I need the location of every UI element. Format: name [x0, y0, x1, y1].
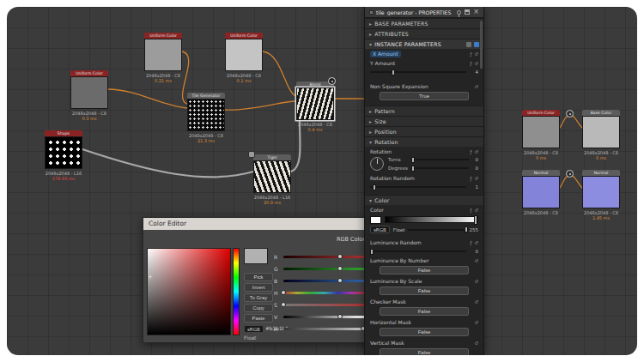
reset-icon[interactable]: ↺ — [474, 176, 478, 181]
reset-icon[interactable]: ↺ — [474, 341, 478, 346]
color-swatch[interactable] — [370, 216, 381, 224]
reset-icon[interactable]: ↺ — [474, 149, 478, 154]
node-time: 0.3 ms — [62, 116, 117, 121]
function-icon[interactable]: ƒ — [470, 240, 471, 245]
function-icon[interactable]: ƒ — [470, 51, 471, 57]
y-amount-value[interactable]: 4 — [470, 69, 478, 75]
chevron-down-icon: ▾ — [369, 41, 372, 47]
close-icon[interactable]: × — [473, 9, 479, 15]
function-icon[interactable]: ƒ — [470, 61, 471, 66]
invert-button[interactable]: Invert — [244, 283, 273, 292]
section-size[interactable]: ▸ Size — [365, 116, 483, 126]
function-icon[interactable]: ƒ — [470, 208, 471, 213]
node-thumbnail — [144, 39, 182, 71]
color-gradient-slider[interactable] — [385, 216, 478, 223]
function-icon[interactable]: ƒ — [470, 176, 471, 181]
node-uniform-color-2[interactable]: Uniform Color 2048x2048 - C8 0.1 ms — [225, 33, 263, 83]
degrees-slider[interactable] — [411, 167, 469, 169]
reset-icon[interactable]: ↺ — [474, 240, 478, 245]
luminance-by-number-toggle[interactable]: False — [380, 266, 469, 275]
node-uniform-color-3[interactable]: Uniform Color 2048x2048 - C8 0.3 ms — [70, 70, 108, 121]
y-amount-slider[interactable] — [370, 71, 466, 73]
node-normal-2[interactable]: Normal 2048x2048 - C8 1.45 ms — [582, 170, 620, 220]
hue-slider[interactable] — [283, 292, 365, 294]
reset-icon[interactable]: ↺ — [474, 51, 478, 57]
param-vertical-mask-label: Vertical Mask — [370, 340, 404, 346]
reset-icon[interactable]: ↺ — [474, 279, 478, 284]
luminance-by-scale-toggle[interactable]: False — [380, 287, 469, 295]
section-color[interactable]: ▾ Color — [365, 195, 483, 205]
alpha-slider[interactable] — [283, 328, 365, 330]
float-toggle[interactable]: Float — [244, 335, 256, 341]
reset-icon[interactable]: ↺ — [474, 299, 478, 305]
param-x-amount[interactable]: X Amount — [370, 51, 401, 57]
node-tiger[interactable]: Tiger 2048x2048 - L16 20.9 ms — [253, 154, 291, 205]
saturation-slider[interactable] — [283, 304, 365, 306]
pick-button[interactable]: Pick — [244, 273, 273, 281]
function-icon[interactable]: ƒ — [470, 149, 471, 154]
degrees-value[interactable]: 0 — [471, 166, 478, 171]
node-output-badge-icon[interactable] — [328, 77, 336, 85]
reset-icon[interactable]: ↺ — [474, 61, 478, 66]
luminance-random-value[interactable]: 0 — [470, 249, 478, 254]
section-base-parameters[interactable]: ▸ BASE PARAMETERS — [365, 18, 483, 28]
section-attributes[interactable]: ▸ ATTRIBUTES — [365, 28, 483, 39]
float-toggle[interactable]: Float — [393, 227, 405, 232]
green-slider[interactable] — [283, 268, 365, 270]
node-graph-canvas[interactable]: Uniform Color 2048x2048 - C8 0.21 ms Uni… — [7, 7, 637, 355]
node-thumbnail — [582, 176, 620, 208]
list-view-icon[interactable] — [466, 42, 471, 47]
node-uniform-color-1[interactable]: Uniform Color 2048x2048 - C8 0.21 ms — [144, 33, 182, 83]
srgb-toggle[interactable]: sRGB — [244, 325, 264, 333]
slider-label: A — [274, 326, 280, 332]
turns-slider[interactable] — [411, 159, 469, 160]
node-uniform-color-4[interactable]: Uniform Color 2048x2048 - C8 0 ms — [522, 110, 560, 160]
reset-icon[interactable]: ↺ — [474, 320, 478, 325]
saturation-value-picker[interactable]: + — [147, 248, 231, 335]
color-value-slider[interactable] — [408, 229, 465, 231]
node-base-color[interactable]: Base Color 2048x2048 - C8 0 ms — [582, 110, 620, 160]
luminance-random-slider[interactable] — [370, 250, 466, 252]
pin-icon[interactable] — [457, 10, 461, 15]
color-value[interactable]: 255 — [470, 227, 479, 232]
section-pattern[interactable]: ▸ Pattern — [365, 106, 483, 116]
checker-mask-toggle[interactable]: False — [380, 307, 469, 316]
value-slider[interactable] — [283, 316, 365, 318]
section-instance-parameters[interactable]: ▾ INSTANCE PARAMETERS — [365, 39, 483, 49]
panel-scrollbar[interactable] — [480, 21, 483, 69]
node-tile-generator[interactable]: Tile Generator 2048x2048 - C8 21.3 ms — [187, 93, 225, 143]
reset-icon[interactable]: ↺ — [474, 208, 478, 213]
paste-button[interactable]: Paste — [244, 314, 273, 323]
rotation-dial[interactable] — [370, 157, 384, 171]
param-y-amount-label: Y Amount — [370, 60, 395, 66]
reset-icon[interactable]: ↺ — [474, 258, 478, 263]
red-slider[interactable] — [283, 256, 365, 258]
node-time: 0 ms — [513, 155, 568, 160]
non-square-toggle[interactable]: True — [380, 92, 469, 100]
copy-button[interactable]: Copy — [244, 304, 273, 312]
node-time: 0.1 ms — [216, 78, 271, 83]
section-position[interactable]: ▸ Position — [365, 126, 483, 136]
horizontal-mask-toggle[interactable]: False — [380, 328, 469, 336]
srgb-toggle[interactable]: sRGB — [370, 226, 390, 233]
to-gray-button[interactable]: To Gray — [244, 293, 273, 302]
blue-slider[interactable] — [283, 280, 365, 282]
chevron-right-icon: ▸ — [369, 118, 372, 124]
node-pin-badge-icon[interactable] — [248, 151, 255, 158]
output-connector-icon[interactable] — [566, 110, 574, 118]
node-blend[interactable]: Blend 2048x2048 - C8 0.4 ms — [296, 81, 334, 132]
output-connector-icon[interactable] — [566, 170, 574, 178]
color-editor-title-bar[interactable]: Color Editor — [143, 218, 384, 230]
expose-icon[interactable] — [474, 42, 479, 47]
node-shape[interactable]: Shape 2048x2048 - L16 174.93 ms — [45, 130, 82, 181]
node-normal-1[interactable]: Normal 2048x2048 - C8 — [522, 170, 560, 215]
vertical-mask-toggle[interactable]: False — [380, 348, 469, 355]
turns-value[interactable]: 0 — [471, 157, 478, 162]
reset-icon[interactable]: ↺ — [474, 84, 478, 89]
properties-title-bar[interactable]: tile_generator - PROPERTIES × — [365, 7, 483, 18]
section-rotation[interactable]: ▾ Rotation — [365, 136, 483, 147]
hue-strip[interactable] — [233, 248, 240, 335]
rotation-random-slider[interactable] — [370, 186, 466, 188]
rotation-random-value[interactable]: 1 — [470, 184, 478, 190]
dock-icon[interactable] — [465, 9, 470, 15]
